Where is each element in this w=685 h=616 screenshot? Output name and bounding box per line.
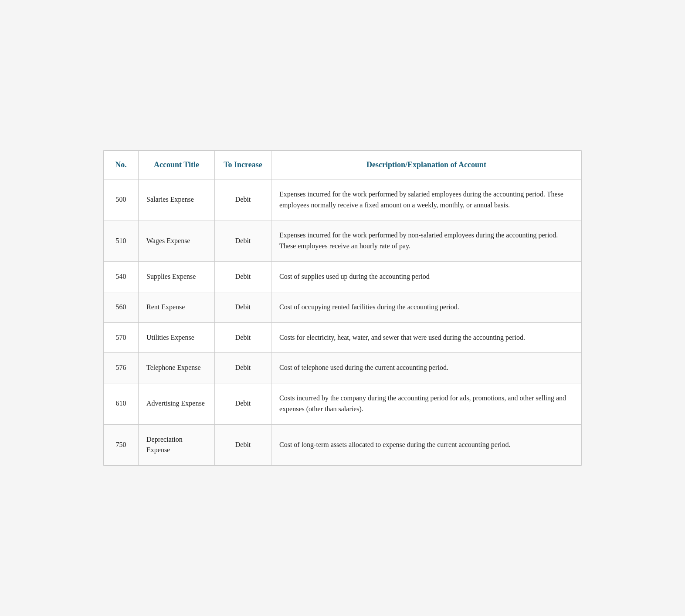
main-table-container: No. Account Title To Increase Descriptio… — [103, 150, 582, 467]
cell-to-increase: Debit — [215, 261, 271, 292]
cell-description: Costs for electricity, heat, water, and … — [271, 322, 582, 353]
cell-no: 610 — [104, 383, 139, 425]
cell-description: Expenses incurred for the work performed… — [271, 179, 582, 220]
table-row: 576Telephone ExpenseDebitCost of telepho… — [104, 353, 582, 383]
cell-to-increase: Debit — [215, 292, 271, 322]
table-row: 610Advertising ExpenseDebitCosts incurre… — [104, 383, 582, 425]
table-row: 560Rent ExpenseDebitCost of occupying re… — [104, 292, 582, 322]
cell-description: Cost of telephone used during the curren… — [271, 353, 582, 383]
table-row: 510Wages ExpenseDebitExpenses incurred f… — [104, 220, 582, 262]
cell-to-increase: Debit — [215, 353, 271, 383]
cell-to-increase: Debit — [215, 220, 271, 262]
cell-account-title: Rent Expense — [139, 292, 215, 322]
cell-no: 540 — [104, 261, 139, 292]
cell-description: Cost of long-term assets allocated to ex… — [271, 424, 582, 466]
table-header-row: No. Account Title To Increase Descriptio… — [104, 150, 582, 179]
cell-no: 510 — [104, 220, 139, 262]
cell-account-title: Wages Expense — [139, 220, 215, 262]
cell-account-title: Advertising Expense — [139, 383, 215, 425]
table-row: 570Utilities ExpenseDebitCosts for elect… — [104, 322, 582, 353]
table-row: 540Supplies ExpenseDebitCost of supplies… — [104, 261, 582, 292]
cell-no: 500 — [104, 179, 139, 220]
cell-account-title: Depreciation Expense — [139, 424, 215, 466]
cell-account-title: Salaries Expense — [139, 179, 215, 220]
col-header-to-increase: To Increase — [215, 150, 271, 179]
col-header-account-title: Account Title — [139, 150, 215, 179]
cell-no: 750 — [104, 424, 139, 466]
cell-account-title: Supplies Expense — [139, 261, 215, 292]
cell-description: Costs incurred by the company during the… — [271, 383, 582, 425]
table-row: 500Salaries ExpenseDebitExpenses incurre… — [104, 179, 582, 220]
col-header-description: Description/Explanation of Account — [271, 150, 582, 179]
cell-to-increase: Debit — [215, 179, 271, 220]
cell-description: Cost of supplies used up during the acco… — [271, 261, 582, 292]
accounts-table: No. Account Title To Increase Descriptio… — [103, 150, 582, 466]
col-header-no: No. — [104, 150, 139, 179]
cell-to-increase: Debit — [215, 424, 271, 466]
cell-description: Cost of occupying rented facilities duri… — [271, 292, 582, 322]
cell-to-increase: Debit — [215, 322, 271, 353]
cell-description: Expenses incurred for the work performed… — [271, 220, 582, 262]
cell-account-title: Telephone Expense — [139, 353, 215, 383]
cell-account-title: Utilities Expense — [139, 322, 215, 353]
cell-to-increase: Debit — [215, 383, 271, 425]
cell-no: 576 — [104, 353, 139, 383]
table-row: 750Depreciation ExpenseDebitCost of long… — [104, 424, 582, 466]
cell-no: 560 — [104, 292, 139, 322]
cell-no: 570 — [104, 322, 139, 353]
